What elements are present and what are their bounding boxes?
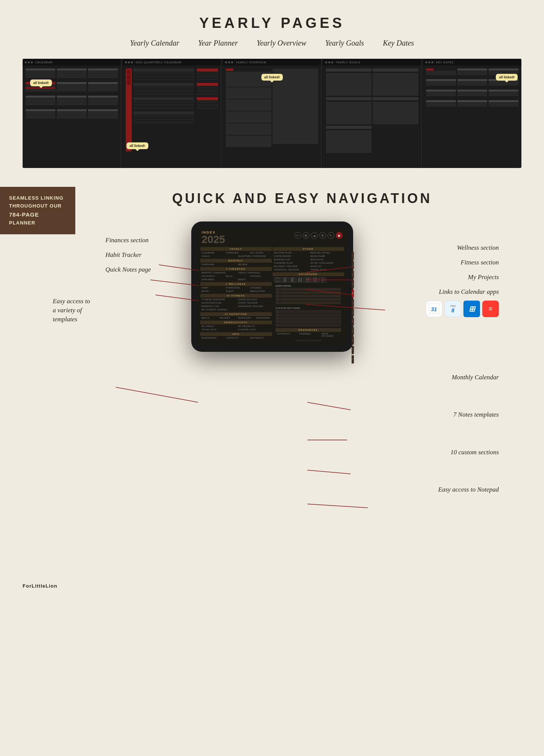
item-contacts[interactable]: CONTACTS xyxy=(224,336,247,339)
custom-section-5: 5 xyxy=(276,324,341,327)
reminders-icon[interactable]: ≡ xyxy=(482,301,499,317)
index-icon-3[interactable]: ☁ xyxy=(311,232,318,239)
index-icon-5[interactable]: ✎ xyxy=(328,232,334,239)
item-monthly-overview[interactable]: OVERVIEW xyxy=(200,263,235,266)
item-overview[interactable]: OVERVIEW xyxy=(224,251,247,254)
item-cleaning-plan[interactable]: CLEANING PLAN xyxy=(273,261,308,264)
item-hydration[interactable]: HYDRATION xyxy=(224,286,247,289)
item-my-projects[interactable]: MY PROJECTS xyxy=(237,325,272,328)
item-workout-log[interactable]: WORKOUT LOG xyxy=(200,305,235,308)
item-quarterly[interactable]: QUARTERLY OVERVIEW xyxy=(237,255,272,258)
item-custom-lists[interactable]: CUSTOM LISTS xyxy=(237,328,272,331)
item-exercise-plan[interactable]: EXERCISE PLAN xyxy=(237,298,272,301)
item-fitness-overview[interactable]: FITNESS OVERVIEW xyxy=(200,298,235,301)
item-meals[interactable]: MEALS xyxy=(200,316,217,319)
annotation-notes-templates: 7 Notes templates xyxy=(426,407,499,422)
notepad-icon-3[interactable] xyxy=(289,277,296,283)
item-brain-dump[interactable]: BRAIN DUMP xyxy=(309,255,344,258)
item-passwords[interactable]: PASSWORDS xyxy=(200,336,223,339)
item-nutrition-plan[interactable]: NUTRITION PLAN xyxy=(200,301,235,304)
item-birthdays[interactable]: BIRTHDAYS xyxy=(249,336,272,339)
svg-rect-10 xyxy=(306,280,309,282)
item-key-dates[interactable]: KEY DATES xyxy=(249,251,272,254)
item-sleep[interactable]: SLEEP xyxy=(224,290,247,293)
tab-yearly-calendar[interactable]: Yearly Calendar xyxy=(130,39,179,47)
annotation-projects: My Projects xyxy=(426,270,499,284)
notepad-icon-7[interactable] xyxy=(319,277,326,283)
notepad-icon-1[interactable] xyxy=(274,277,281,283)
item-groceries[interactable]: GROCERIES xyxy=(254,316,272,319)
tab-yearly-overview[interactable]: Yearly Overview xyxy=(257,39,306,47)
item-delivery[interactable]: DELIVERY TRACKER xyxy=(273,265,308,268)
svg-rect-2 xyxy=(276,278,279,281)
apple-calendar-icon[interactable]: THU 8 xyxy=(445,301,461,317)
item-30day[interactable]: 30 DAY CHALLENGE xyxy=(309,261,344,264)
item-freebies[interactable]: FREEBIES xyxy=(298,332,318,338)
notepad-icon-5[interactable] xyxy=(304,277,311,283)
tab-year-planner[interactable]: Year Planner xyxy=(198,39,238,47)
item-recipes[interactable]: RECIPES xyxy=(218,316,235,319)
item-expenses[interactable]: EXPENSES xyxy=(200,278,235,281)
item-tutorials[interactable]: TUTORIALS xyxy=(276,332,296,338)
item-fitness-journey[interactable]: MY FITNESS JOURNEY xyxy=(200,308,272,311)
annotation-fitness: Fitness section xyxy=(426,255,499,270)
item-steps-tracker[interactable]: STEPS TRACKER xyxy=(237,301,272,304)
item-my-goals[interactable]: MY GOALS xyxy=(200,325,235,328)
item-vitamins[interactable]: VITAMINS xyxy=(249,286,272,289)
item-meeting-notes[interactable]: MEETING NOTES xyxy=(309,251,344,254)
index-icon-2[interactable]: ⊞ xyxy=(303,232,309,239)
item-yearly-finances[interactable]: YEARLY FINANCES xyxy=(237,271,272,274)
item-progress-tracker[interactable]: PROGRESS TRACKER xyxy=(237,305,272,308)
index-icon-4[interactable]: ⚙ xyxy=(319,232,326,239)
item-review[interactable]: REVIEW xyxy=(237,263,272,266)
item-savings[interactable]: SAVINGS xyxy=(249,275,272,278)
item-vision-board[interactable]: VISION BOARD xyxy=(273,255,308,258)
item-todo[interactable]: TO DO LISTS xyxy=(200,328,235,331)
item-medication[interactable]: MEDICATION xyxy=(249,290,272,293)
item-monthly-finances[interactable]: MONTHLY FINANCES xyxy=(200,271,235,274)
preview-calendar: CALENDAR xyxy=(23,59,121,168)
item-reading-list[interactable]: READING LIST xyxy=(273,258,308,261)
svg-line-24 xyxy=(307,470,350,474)
notepad-icon-2[interactable] xyxy=(282,277,288,283)
tablet-screen: INDEX 2025 ↩ ⊞ ☁ ⚙ ✎ ◉ xyxy=(197,228,347,346)
svg-rect-4 xyxy=(285,278,286,281)
item-watchlist[interactable]: WATCHLIST xyxy=(309,258,344,261)
svg-rect-8 xyxy=(299,280,302,282)
item-calendar[interactable]: CALENDAR xyxy=(200,251,223,254)
item-universal-tracker[interactable]: UNIVERSAL TRACKER xyxy=(273,268,308,271)
section-header-nutrition: 11 NUTRITION xyxy=(200,312,272,316)
preview-quarterly: 2024 QUARTERLY CALENDAR xyxy=(123,59,221,168)
index-icon-1[interactable]: ↩ xyxy=(294,232,301,239)
item-inventory[interactable]: INVENTORY xyxy=(236,316,253,319)
item-mood[interactable]: MOOD xyxy=(200,290,223,293)
item-routine-plan[interactable]: ROUTINE PLAN xyxy=(273,251,308,254)
annotation-quick-notes: Quick Notes page xyxy=(105,262,151,277)
tab-yearly-goals[interactable]: Yearly Goals xyxy=(325,39,364,47)
item-wishlist[interactable]: WISHLIST xyxy=(309,265,344,268)
outlook-icon[interactable]: ⊞ xyxy=(463,301,480,317)
index-icon-red[interactable]: ◉ xyxy=(336,232,343,239)
annotation-monthly-cal: Monthly Calendar xyxy=(426,370,499,385)
item-travel-plan[interactable]: TRAVEL PLAN xyxy=(309,268,344,271)
notepad-icon-6[interactable] xyxy=(312,277,318,283)
section-header-finances: ♦ FINANCES xyxy=(200,267,272,271)
item-debts[interactable]: DEBTS xyxy=(237,278,272,281)
google-calendar-icon[interactable]: 31 xyxy=(426,301,442,317)
item-shop-stickers[interactable]: SHOP STICKERS xyxy=(320,332,341,338)
index-columns: YEARLY CALENDAR OVERVIEW KEY DATES GOALS… xyxy=(197,246,347,346)
notepad-icon-4[interactable] xyxy=(297,277,303,283)
section-header-wellness: ♦ WELLNESS xyxy=(200,282,272,286)
item-bills[interactable]: BILLS xyxy=(224,275,247,278)
custom-sections-area: CUSTOM SECTIONS 1 2 3 4 5 xyxy=(273,306,344,328)
copyright: © 2024 ForLittleLion. All rights reserve… xyxy=(273,338,344,343)
item-accounts[interactable]: ACCOUNTS xyxy=(200,275,223,278)
item-habit[interactable]: HABIT xyxy=(200,286,223,289)
tooltip-key-dates: all linked! xyxy=(496,74,518,81)
seamless-line2: THROUGHOUT OUR xyxy=(9,202,66,210)
index-icons-row: ↩ ⊞ ☁ ⚙ ✎ ◉ xyxy=(294,232,343,239)
nav-section: SEAMLESS LINKING THROUGHOUT OUR 784-PAGE… xyxy=(0,179,544,576)
item-goals[interactable]: GOALS xyxy=(200,255,235,258)
tab-key-dates[interactable]: Key Dates xyxy=(383,39,414,47)
yearly-pages-section: YEARLY PAGES Yearly Calendar Year Planne… xyxy=(0,0,544,179)
